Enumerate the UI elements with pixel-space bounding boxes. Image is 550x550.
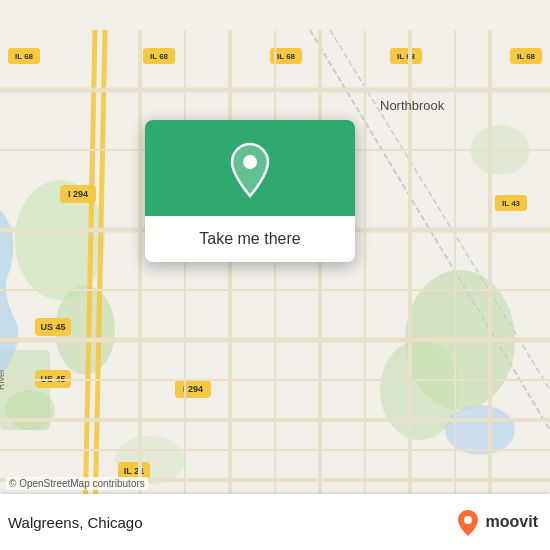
svg-text:IL 68: IL 68 bbox=[150, 52, 169, 61]
moovit-logo: moovit bbox=[454, 508, 538, 536]
location-label: Walgreens, Chicago bbox=[8, 514, 143, 531]
popup-card: Take me there bbox=[145, 120, 355, 262]
svg-text:I 294: I 294 bbox=[68, 189, 88, 199]
svg-text:IL 68: IL 68 bbox=[397, 52, 416, 61]
svg-text:Northbrook: Northbrook bbox=[380, 98, 445, 113]
location-pin-icon bbox=[226, 142, 274, 198]
map-attribution: © OpenStreetMap contributors bbox=[6, 477, 148, 490]
svg-text:IL 68: IL 68 bbox=[517, 52, 536, 61]
svg-text:IL 68: IL 68 bbox=[277, 52, 296, 61]
map-background: I 294 I 294 US 45 US 45 IL 21 IL 68 IL 6… bbox=[0, 0, 550, 550]
moovit-pin-icon bbox=[454, 508, 482, 536]
bottom-bar: Walgreens, Chicago moovit bbox=[0, 494, 550, 550]
popup-header bbox=[145, 120, 355, 216]
svg-text:River: River bbox=[0, 369, 6, 390]
svg-point-55 bbox=[464, 516, 472, 524]
take-me-there-button[interactable]: Take me there bbox=[145, 216, 355, 262]
svg-text:US 45: US 45 bbox=[40, 322, 65, 332]
moovit-text: moovit bbox=[486, 513, 538, 531]
map-container: I 294 I 294 US 45 US 45 IL 21 IL 68 IL 6… bbox=[0, 0, 550, 550]
svg-text:IL 43: IL 43 bbox=[502, 199, 521, 208]
svg-text:IL 68: IL 68 bbox=[15, 52, 34, 61]
svg-point-54 bbox=[243, 155, 257, 169]
